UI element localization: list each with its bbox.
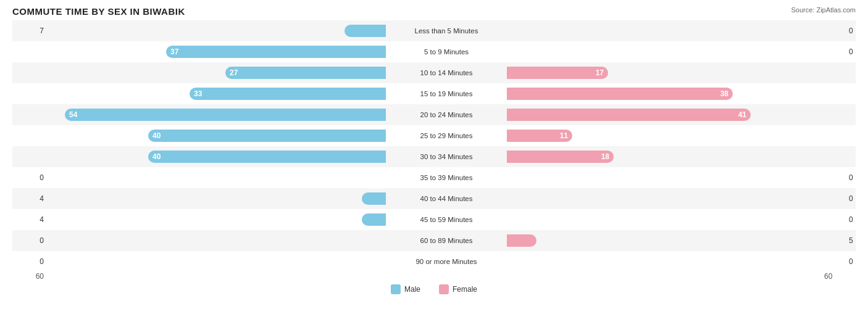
row-label: 45 to 59 Minutes	[386, 216, 507, 223]
right-bar-container	[507, 192, 846, 205]
male-bar: 27	[225, 67, 386, 79]
left-bar-container: 33	[46, 88, 386, 100]
male-bar	[362, 192, 386, 205]
left-bar-container	[46, 25, 386, 37]
chart-title: COMMUTE TIME BY SEX IN BIWABIK	[12, 6, 856, 17]
row-label: 15 to 19 Minutes	[386, 90, 507, 97]
row-label: 60 to 89 Minutes	[386, 237, 507, 244]
row-label: 40 to 44 Minutes	[386, 195, 507, 202]
row-label: 25 to 29 Minutes	[386, 132, 507, 139]
left-bar-container: 27	[46, 67, 386, 79]
right-bar-container: 18	[507, 151, 846, 163]
chart-row: 37 5 to 9 Minutes 0	[12, 41, 856, 62]
left-num: 4	[12, 215, 46, 224]
chart-row: 40 25 to 29 Minutes 11	[12, 125, 856, 146]
right-bar-container: 41	[507, 109, 846, 121]
right-bar-container	[507, 46, 846, 58]
right-bar-container: 11	[507, 130, 846, 142]
left-num: 4	[12, 194, 46, 203]
right-num: 5	[846, 236, 868, 245]
male-bar: 40	[148, 151, 386, 163]
right-bar-container	[507, 25, 846, 37]
row-label: 20 to 24 Minutes	[386, 111, 507, 118]
chart-row: 4 40 to 44 Minutes 0	[12, 188, 856, 209]
female-color-swatch	[439, 284, 449, 294]
chart-row: 0 90 or more Minutes 0	[12, 251, 856, 272]
female-bar: 38	[507, 88, 733, 100]
male-bar: 33	[190, 88, 386, 100]
male-value: 27	[225, 68, 242, 77]
male-bar: 37	[166, 46, 386, 58]
axis-right: 60	[822, 272, 856, 281]
left-bar-container: 40	[46, 130, 386, 142]
chart-container: COMMUTE TIME BY SEX IN BIWABIK Source: Z…	[0, 0, 868, 322]
male-bar	[344, 25, 386, 37]
row-label: 10 to 14 Minutes	[386, 69, 507, 76]
male-value: 37	[166, 47, 183, 56]
male-bar	[362, 213, 386, 226]
right-bar-container: 38	[507, 88, 846, 100]
legend-male: Male	[391, 284, 420, 294]
axis-left: 60	[12, 272, 46, 281]
male-value: 54	[65, 110, 81, 119]
left-bar-container	[46, 255, 386, 268]
female-value: 41	[734, 110, 751, 119]
male-bar: 54	[65, 109, 386, 121]
row-label: 30 to 34 Minutes	[386, 153, 507, 160]
chart-row: 54 20 to 24 Minutes 41	[12, 104, 856, 125]
female-value: 17	[591, 68, 608, 77]
left-num: 0	[12, 257, 46, 266]
legend-male-label: Male	[404, 285, 420, 294]
right-bar-container	[507, 255, 846, 268]
male-color-swatch	[391, 284, 401, 294]
right-num: 0	[846, 194, 868, 203]
female-value: 11	[556, 131, 572, 140]
legend-female: Female	[439, 284, 477, 294]
right-bar-container: 17	[507, 67, 846, 79]
left-bar-container: 37	[46, 46, 386, 58]
chart-row: 27 10 to 14 Minutes 17	[12, 62, 856, 83]
left-num: 0	[12, 236, 46, 245]
right-num: 0	[846, 173, 868, 182]
right-num: 0	[846, 257, 868, 266]
left-bar-container	[46, 192, 386, 205]
male-value: 33	[190, 89, 206, 98]
right-num: 0	[846, 215, 868, 224]
chart-row: 7 Less than 5 Minutes 0	[12, 20, 856, 41]
female-bar: 41	[507, 109, 751, 121]
axis-row: 60 60	[12, 272, 856, 281]
right-bar-container	[507, 213, 846, 226]
left-num: 0	[12, 173, 46, 182]
chart-row: 40 30 to 34 Minutes 18	[12, 146, 856, 167]
legend-female-label: Female	[453, 285, 477, 294]
chart-row: 4 45 to 59 Minutes 0	[12, 209, 856, 230]
female-bar: 18	[507, 151, 614, 163]
female-value: 18	[597, 152, 614, 161]
chart-row: 33 15 to 19 Minutes 38	[12, 83, 856, 104]
left-bar-container	[46, 171, 386, 184]
row-label: 90 or more Minutes	[386, 258, 507, 265]
female-value: 38	[716, 89, 733, 98]
male-bar: 40	[148, 130, 386, 142]
right-num: 0	[846, 27, 868, 35]
male-value: 40	[148, 131, 165, 140]
row-label: 35 to 39 Minutes	[386, 174, 507, 181]
row-label: 5 to 9 Minutes	[386, 48, 507, 56]
left-bar-container	[46, 213, 386, 226]
right-num: 0	[846, 47, 868, 56]
legend-area: Male Female	[12, 284, 856, 294]
rows-area: 7 Less than 5 Minutes 0 37 5 to 9 Minute…	[12, 20, 856, 272]
female-bar: 11	[507, 130, 572, 142]
left-bar-container: 40	[46, 151, 386, 163]
right-bar-container	[507, 171, 846, 184]
left-bar-container	[46, 234, 386, 247]
right-bar-container	[507, 234, 846, 247]
left-num: 7	[12, 27, 46, 35]
female-bar: 17	[507, 67, 608, 79]
row-label: Less than 5 Minutes	[386, 27, 507, 35]
male-value: 40	[148, 152, 165, 161]
chart-row: 0 60 to 89 Minutes 5	[12, 230, 856, 251]
chart-row: 0 35 to 39 Minutes 0	[12, 167, 856, 188]
source-label: Source: ZipAtlas.com	[791, 6, 856, 14]
female-bar	[507, 234, 536, 247]
